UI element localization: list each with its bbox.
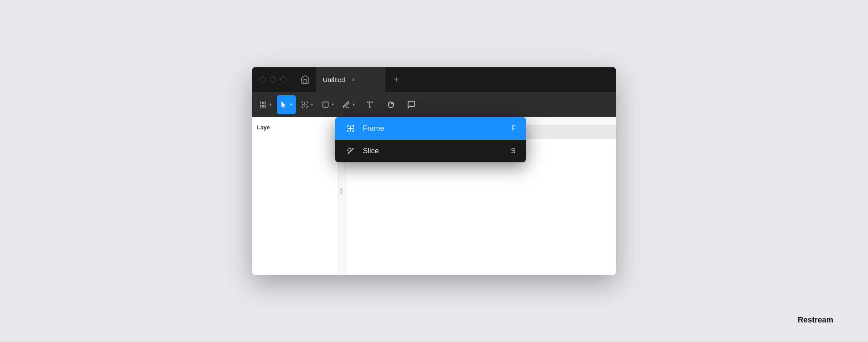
pen-chevron-icon: ▼ (352, 102, 356, 107)
svg-rect-2 (260, 105, 263, 108)
layers-panel: Laye (252, 117, 339, 275)
move-icon (280, 101, 288, 109)
svg-rect-0 (260, 102, 263, 104)
toolbar: ▼ ▼ ▼ (252, 92, 616, 117)
dropdown-frame-label: Frame (363, 124, 504, 133)
new-tab-button[interactable]: + (385, 67, 407, 92)
selector-chevron-icon: ▼ (269, 102, 273, 107)
selector-tool-button[interactable]: ▼ (256, 95, 275, 114)
restream-label: Restream (798, 316, 833, 325)
pen-icon (342, 101, 350, 109)
tab-title: Untitled (323, 76, 345, 83)
tab-area: Untitled × + (316, 67, 616, 92)
shape-chevron-icon: ▼ (331, 102, 335, 107)
home-icon[interactable] (294, 67, 316, 92)
comment-tool-button[interactable] (402, 95, 421, 114)
svg-rect-15 (323, 102, 328, 107)
svg-rect-3 (263, 105, 266, 108)
dropdown-frame-icon (345, 124, 356, 133)
svg-marker-4 (281, 102, 285, 108)
dropdown-slice-icon (345, 147, 356, 155)
tab-close-button[interactable]: × (352, 76, 355, 83)
text-tool-button[interactable] (360, 95, 379, 114)
hand-tool-button[interactable] (381, 95, 400, 114)
shape-tool-button[interactable]: ▼ (319, 95, 338, 114)
selector-icon (259, 101, 267, 109)
pen-tool-button[interactable]: ▼ (339, 95, 358, 114)
dropdown-frame-shortcut: F (511, 125, 516, 132)
frame-icon (301, 101, 309, 109)
active-tab[interactable]: Untitled × (316, 67, 385, 92)
text-icon (366, 101, 374, 109)
frame-tool-button[interactable]: ▼ (298, 95, 317, 114)
minimize-button[interactable] (270, 76, 276, 82)
ruler-mark-left-300: -300 (339, 187, 343, 194)
frame-dropdown-menu: Frame F Slice S (335, 117, 526, 162)
move-tool-button[interactable]: ▼ (277, 95, 296, 114)
dropdown-slice-label: Slice (363, 147, 504, 155)
shape-icon (322, 101, 329, 109)
hand-icon (386, 100, 395, 109)
title-bar: Untitled × + (252, 67, 616, 92)
frame-chevron-icon: ▼ (310, 102, 314, 107)
dropdown-frame-item[interactable]: Frame F (335, 117, 526, 140)
maximize-button[interactable] (280, 76, 286, 82)
svg-rect-1 (263, 102, 266, 104)
close-button[interactable] (260, 76, 266, 82)
window-controls (252, 76, 294, 82)
dropdown-slice-item[interactable]: Slice S (335, 140, 526, 162)
layers-panel-label: Laye (257, 124, 270, 131)
app-window: Untitled × + ▼ (252, 67, 616, 275)
dropdown-slice-shortcut: S (511, 147, 516, 155)
comment-icon (407, 100, 416, 109)
move-chevron-icon: ▼ (289, 102, 293, 107)
